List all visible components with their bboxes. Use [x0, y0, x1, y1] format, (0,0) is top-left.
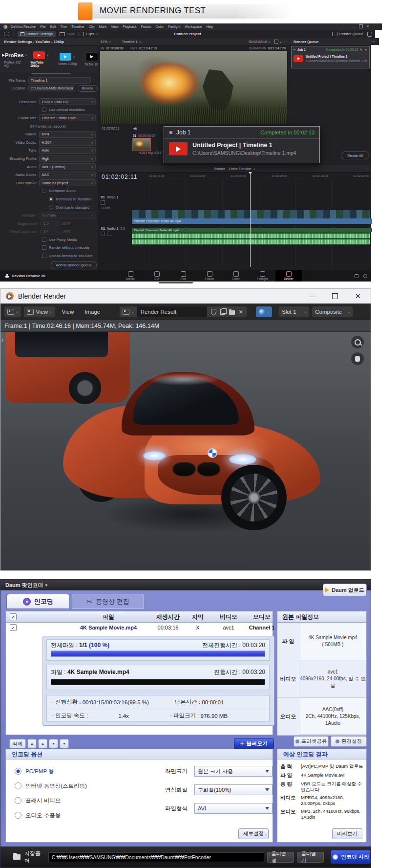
timeline-scrollbar[interactable] — [159, 282, 193, 283]
checkbox[interactable] — [42, 189, 46, 193]
menu-item[interactable]: Fairlight — [168, 25, 180, 28]
add-to-render-queue-button[interactable]: Add to Render Queue — [51, 261, 97, 269]
speaker-icon[interactable]: ◀) — [133, 127, 137, 130]
select-all-checkbox[interactable]: ✓ — [10, 613, 17, 620]
render-settings-button[interactable]: Render Settings — [18, 31, 56, 37]
checkbox[interactable] — [42, 245, 46, 250]
page-tab[interactable]: Media — [117, 270, 144, 282]
field-dropdown[interactable]: AAC∨ — [39, 172, 96, 178]
checkbox[interactable] — [49, 205, 53, 210]
unlink-icon[interactable]: ✕ — [239, 309, 243, 315]
menu-item[interactable]: Color — [156, 25, 164, 28]
display-channels-dropdown[interactable]: ∨ — [256, 306, 272, 317]
menu-item[interactable]: Help — [206, 25, 213, 28]
audio-track-header[interactable]: A1 Audio 1 2.0 — [98, 227, 131, 236]
delete-button[interactable]: 삭제 — [9, 739, 26, 748]
save-folder-path-input[interactable] — [48, 852, 264, 862]
field-dropdown[interactable]: Auto∨ — [39, 147, 96, 154]
video-track-header[interactable]: V1 Video 1 3 Clips — [98, 195, 131, 210]
layout-dropdown[interactable] — [367, 32, 372, 37]
option-dropdown[interactable]: AVI — [194, 803, 273, 814]
field-dropdown[interactable]: -1.0∨ — [40, 220, 60, 227]
tab-video-edit[interactable]: ✂ 동영상 편집 — [72, 594, 144, 609]
tab-encoding[interactable]: 인코딩 — [6, 594, 70, 609]
tape-button[interactable]: Tape — [60, 32, 75, 36]
option-dropdown[interactable]: 고화질(100%) — [194, 784, 273, 795]
render-scope-dropdown[interactable]: Entire Timeline∨ — [229, 167, 255, 171]
page-tab[interactable]: Fusion — [196, 270, 223, 282]
daum-upload-button[interactable]: Daum 업로드 — [323, 584, 367, 596]
timeline-options-icon[interactable]: ··· — [365, 167, 368, 171]
option-radio[interactable]: 플래시 비디오 — [15, 797, 61, 804]
menu-item[interactable]: File — [40, 25, 45, 28]
move-up-button[interactable]: ▲ — [38, 739, 47, 748]
file-checkbox[interactable]: ✓ — [10, 624, 17, 631]
menu-view[interactable]: View — [58, 309, 78, 315]
viewer-timecode[interactable]: 00:02:02:10∨ — [249, 40, 270, 43]
option-radio[interactable]: 오디오 추출용 — [15, 812, 61, 819]
render-all-button[interactable]: Render All — [341, 152, 369, 159]
zoom-dropdown[interactable]: 57%∨ — [101, 40, 111, 43]
slot-dropdown[interactable]: Slot 1∨ — [279, 306, 309, 317]
render-preset[interactable]: ∨ YouTube 1080p — [30, 51, 52, 67]
field-dropdown[interactable]: YouTube∨ — [39, 212, 96, 219]
viewer-options-icon[interactable]: ··· — [283, 40, 287, 43]
menu-item[interactable]: Trim — [61, 25, 67, 28]
menu-item[interactable]: Fusion — [141, 25, 151, 28]
menu-item[interactable]: Edit — [50, 25, 56, 28]
remove-job-icon[interactable]: ✕ — [365, 48, 367, 52]
menu-item[interactable]: Mark — [99, 25, 107, 28]
timeline-ruler[interactable]: 01:01:44:0001:01:52:0001:02:00:0001:02:0… — [149, 174, 369, 177]
region-expand-icon[interactable]: › — [1, 336, 4, 344]
zoom-button[interactable] — [351, 336, 364, 348]
preset-share-button[interactable]: 프리셋공유 — [294, 736, 329, 747]
field-dropdown[interactable]: High∨ — [39, 155, 96, 162]
image-datablock-dropdown[interactable]: ∨ — [120, 306, 136, 317]
menu-item[interactable]: Clip — [89, 25, 95, 28]
menu-image[interactable]: Image — [81, 309, 104, 315]
page-tab[interactable]: Edit — [170, 270, 196, 282]
location-input[interactable] — [28, 85, 75, 91]
close-icon[interactable]: ✕ — [355, 292, 361, 301]
page-tab[interactable]: Deliver — [275, 270, 302, 282]
field-dropdown[interactable]: Timeline Frame Rate∨ — [39, 114, 96, 121]
pass-dropdown[interactable]: Composite∨ — [312, 306, 353, 317]
move-top-button[interactable]: ▲ — [27, 739, 37, 748]
move-bottom-button[interactable]: ▼ — [60, 739, 69, 748]
change-folder-button[interactable]: 폴더변경 — [267, 852, 294, 863]
start-encoding-button[interactable]: 인코딩 시작 — [331, 850, 371, 864]
minimize-icon[interactable]: — — [352, 25, 356, 28]
copy-icon[interactable] — [220, 309, 225, 315]
save-icon[interactable] — [274, 40, 278, 43]
field-dropdown[interactable]: Same as project∨ — [39, 179, 96, 186]
menu-item[interactable]: DaVinci Resolve — [11, 25, 36, 28]
maximize-icon[interactable] — [332, 293, 338, 299]
home-icon[interactable] — [355, 274, 358, 278]
video-clip-thumbnails[interactable] — [132, 210, 370, 218]
job-card[interactable]: ≡ Job 1 Completed in 00:02:13 ✎ ✕ Untitl… — [291, 46, 370, 68]
page-tab[interactable]: Color — [223, 270, 249, 282]
view-mode-dropdown[interactable]: View∨ — [24, 306, 55, 317]
preview-button[interactable]: 미리보기 — [332, 828, 362, 839]
menu-item[interactable]: View — [111, 25, 118, 28]
edit-icon[interactable]: ✎ — [360, 48, 362, 52]
render-preset[interactable]: ProRes ∨ ProRes 422 HQ — [4, 51, 25, 67]
file-row[interactable]: ✓ 4K Sample Movie.mp4 00:03:16 X avc1 Ch… — [6, 622, 273, 633]
settings-button[interactable]: 환경설정 — [331, 736, 367, 747]
checkbox[interactable] — [42, 108, 46, 112]
preset-scroll-indicator[interactable] — [32, 73, 71, 74]
checkbox[interactable] — [49, 197, 53, 201]
checkbox[interactable] — [42, 238, 46, 242]
audio-waveform[interactable] — [132, 232, 370, 245]
minimize-icon[interactable]: — — [309, 293, 315, 300]
datablock-name[interactable]: Render Result — [137, 306, 207, 317]
menu-item[interactable]: Timeline — [71, 25, 84, 28]
open-folder-icon[interactable] — [229, 310, 235, 315]
playhead-line[interactable] — [250, 172, 251, 267]
clips-button[interactable]: Clips∨ — [79, 32, 98, 36]
detail-settings-button[interactable]: 세부설정 — [238, 828, 269, 839]
video-clip-name[interactable]: Titanfall: Cinematic Trailer 4K.mp4 — [132, 218, 372, 224]
move-down-button[interactable]: ▼ — [49, 739, 58, 748]
render-preset[interactable]: ∨ Vimeo 1080p — [57, 53, 78, 65]
solo-icon[interactable] — [101, 232, 105, 236]
